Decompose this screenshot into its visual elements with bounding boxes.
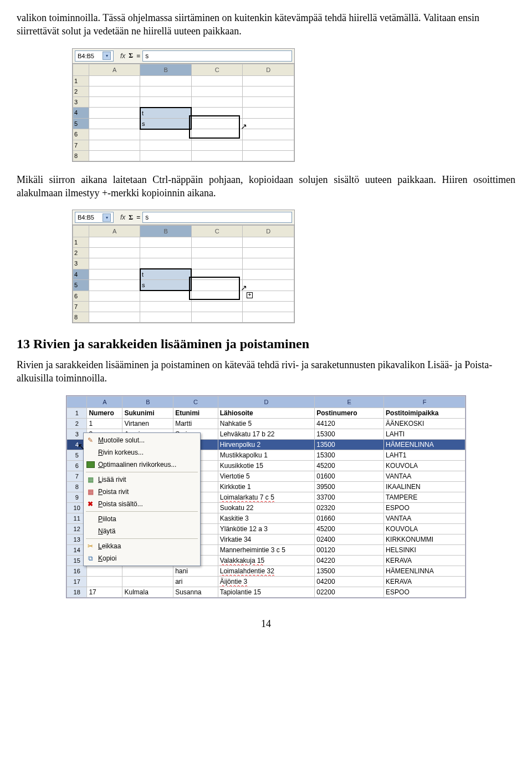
fx-icon[interactable]: fx	[120, 213, 125, 221]
cell[interactable]: 04220	[315, 555, 384, 566]
cell[interactable]: Loimalahdentie 32	[218, 566, 315, 576]
cell[interactable]: Sukunimi	[122, 408, 173, 418]
cell[interactable]: HÄMEENLINNA	[384, 566, 466, 576]
table-row[interactable]: 16haniLoimalahdentie 3213500HÄMEENLINNA	[67, 566, 466, 576]
equals-icon[interactable]: =	[136, 213, 140, 221]
table-row[interactable]: 1817KulmalaSusannaTapiolantie 1502200ESP…	[67, 587, 466, 597]
table-row[interactable]: 21VirtanenMarttiNahkatie 544120ÄÄNEKOSKI	[67, 418, 466, 429]
row-header[interactable]: 2	[73, 248, 89, 258]
row-header[interactable]: 7	[73, 302, 89, 312]
menu-item[interactable]: ✂Leikkaa	[84, 540, 200, 552]
table-row[interactable]: 17ariÄijöntie 304200KERAVA	[67, 576, 466, 587]
sigma-icon[interactable]: Σ	[129, 213, 133, 222]
row-header[interactable]: 2	[67, 418, 87, 429]
row-header[interactable]: 1	[67, 408, 87, 418]
cell[interactable]: ESPOO	[384, 587, 466, 597]
cell[interactable]: Postinumero	[315, 408, 384, 418]
col-header-c[interactable]: C	[191, 226, 243, 237]
row-header[interactable]: 5	[73, 118, 89, 129]
col-header-d[interactable]: D	[243, 226, 294, 237]
row-header[interactable]: 7	[73, 140, 89, 150]
cell[interactable]: HELSINKI	[384, 544, 466, 555]
cell[interactable]: 45200	[315, 460, 384, 471]
cell[interactable]: HÄMEENLINNA	[384, 439, 466, 450]
row-header[interactable]: 4	[73, 108, 89, 119]
row-header[interactable]: 6	[73, 291, 89, 302]
menu-item[interactable]: Piilota	[84, 513, 200, 525]
cell-b5[interactable]: s	[140, 280, 192, 291]
cell[interactable]: 15300	[315, 429, 384, 439]
cell[interactable]: Lehväkatu 17 b 22	[218, 429, 315, 439]
cell[interactable]: IKAALINEN	[384, 481, 466, 492]
cell[interactable]: 02200	[315, 587, 384, 597]
cell[interactable]: VANTAA	[384, 471, 466, 481]
cell[interactable]: 33700	[315, 492, 384, 502]
col-header[interactable]: D	[218, 396, 315, 408]
table-row[interactable]: 1NumeroSukunimiEtunimiLähiosoitePostinum…	[67, 408, 466, 418]
col-header[interactable]: A	[87, 396, 122, 408]
cell[interactable]: Kuusikkotie 15	[218, 460, 315, 471]
grid[interactable]: A B C D 1 2 3 4t 5s 6 7 8	[73, 64, 294, 161]
cell[interactable]: KERAVA	[384, 555, 466, 566]
cell[interactable]: Ylänkötie 12 a 3	[218, 523, 315, 534]
cell[interactable]: 04200	[315, 576, 384, 587]
corner-cell[interactable]	[73, 64, 89, 75]
cell[interactable]: 01600	[315, 471, 384, 481]
row-header[interactable]: 18	[67, 587, 87, 597]
cell[interactable]	[87, 576, 122, 587]
cell[interactable]: Numero	[87, 408, 122, 418]
cell[interactable]: 1	[87, 418, 122, 429]
cell[interactable]: Martti	[173, 418, 218, 429]
cell[interactable]: Suokatu 22	[218, 502, 315, 513]
col-header-c[interactable]: C	[191, 64, 243, 75]
cell-b5[interactable]: s	[140, 118, 192, 129]
cell[interactable]: Virkatie 34	[218, 534, 315, 544]
row-header[interactable]: 1	[73, 75, 89, 86]
col-header[interactable]: C	[173, 396, 218, 408]
menu-item[interactable]: ✖Poista sisältö...	[84, 498, 200, 510]
row-header[interactable]: 1	[73, 237, 89, 248]
cell[interactable]: KOUVOLA	[384, 523, 466, 534]
cell[interactable]: Lähiosoite	[218, 408, 315, 418]
cell[interactable]: 02400	[315, 534, 384, 544]
row-header[interactable]: 3	[73, 258, 89, 269]
equals-icon[interactable]: =	[136, 52, 140, 60]
cell[interactable]: KERAVA	[384, 576, 466, 587]
row-header[interactable]: 5	[73, 280, 89, 291]
cell[interactable]: 15300	[315, 450, 384, 460]
cell[interactable]: Etunimi	[173, 408, 218, 418]
menu-item[interactable]: Näytä	[84, 525, 200, 537]
cell[interactable]: 13500	[315, 439, 384, 450]
name-box-dropdown-icon[interactable]: ▾	[103, 52, 111, 60]
menu-item[interactable]: Optimaalinen rivikorkeus...	[84, 459, 200, 471]
menu-item[interactable]: ⧉Kopioi	[84, 552, 200, 564]
sigma-icon[interactable]: Σ	[129, 52, 133, 60]
cell[interactable]: LAHT1	[384, 450, 466, 460]
cell-b4[interactable]: t	[140, 108, 192, 119]
cell[interactable]: 01660	[315, 513, 384, 523]
cell[interactable]: KOUVOLA	[384, 460, 466, 471]
cell[interactable]: ÄÄNEKOSKI	[384, 418, 466, 429]
row-header[interactable]: 8	[73, 150, 89, 161]
row-header[interactable]: 17	[67, 576, 87, 587]
col-header[interactable]: F	[384, 396, 466, 408]
col-header-b[interactable]: B	[140, 226, 192, 237]
menu-item[interactable]: ✎Muotoile solut...	[84, 434, 200, 446]
cell[interactable]: VANTAA	[384, 513, 466, 523]
cell[interactable]: Virtanen	[122, 418, 173, 429]
cell[interactable]: 02320	[315, 502, 384, 513]
cell[interactable]: Postitoimipaikka	[384, 408, 466, 418]
fx-icon[interactable]: fx	[120, 52, 125, 60]
cell[interactable]: ESPOO	[384, 502, 466, 513]
cell[interactable]: 45200	[315, 523, 384, 534]
cell[interactable]: LAHTI	[384, 429, 466, 439]
cell[interactable]	[87, 566, 122, 576]
col-header[interactable]: E	[315, 396, 384, 408]
col-header-a[interactable]: A	[89, 226, 140, 237]
cell-b4[interactable]: t	[140, 269, 192, 280]
cell[interactable]: TAMPERE	[384, 492, 466, 502]
row-header[interactable]: 2	[73, 86, 89, 96]
cell[interactable]: 00120	[315, 544, 384, 555]
row-header[interactable]: 8	[73, 312, 89, 323]
cell[interactable]: Hirvenpolku 2	[218, 439, 315, 450]
